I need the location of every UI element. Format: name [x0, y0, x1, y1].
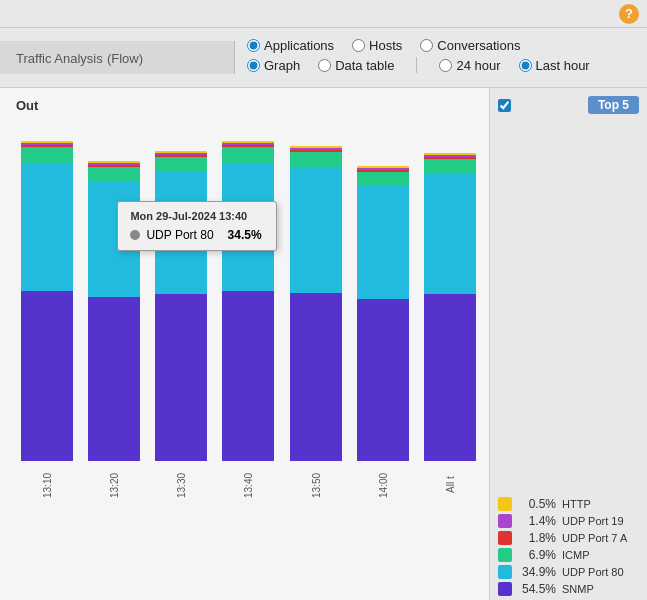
- bar-group-5: [352, 166, 414, 461]
- bar-0[interactable]: [21, 141, 73, 461]
- main-header: Traffic Analysis (Flow) Applications Hos…: [0, 28, 647, 88]
- view-graph[interactable]: Graph: [247, 58, 300, 73]
- segment-icmp-1: [88, 167, 140, 181]
- legend-item-2: 1.8% UDP Port 7 A: [498, 531, 639, 545]
- segment-icmp-3: [222, 147, 274, 163]
- tab-conversations[interactable]: Conversations: [420, 38, 520, 53]
- segment-snmp-4: [290, 293, 342, 461]
- legend-spacer: [498, 122, 639, 497]
- legend-name-4: UDP Port 80: [562, 566, 624, 578]
- top-bar: ?: [0, 0, 647, 28]
- tab-row: Applications Hosts Conversations: [247, 38, 635, 53]
- content-area: Out: [0, 88, 647, 600]
- bar-group-3: Mon 29-Jul-2024 13:40 UDP Port 80 34.5%: [217, 141, 279, 461]
- chart-panel: Out: [0, 88, 489, 600]
- bar-2[interactable]: [155, 151, 207, 461]
- time-lasthour[interactable]: Last hour: [519, 58, 590, 73]
- legend-color-4: [498, 565, 512, 579]
- controls-area: Applications Hosts Conversations Graph D…: [235, 34, 647, 81]
- segment-snmp-3: [222, 291, 274, 461]
- legend-pct-1: 1.4%: [518, 514, 556, 528]
- legend-color-5: [498, 582, 512, 596]
- top5-badge: Top 5: [588, 96, 639, 114]
- bar-5[interactable]: [357, 166, 409, 461]
- legend-pct-3: 6.9%: [518, 548, 556, 562]
- legend-pct-2: 1.8%: [518, 531, 556, 545]
- bar-group-2: [150, 151, 212, 461]
- page-title: Traffic Analysis (Flow): [16, 49, 218, 66]
- segment-icmp-6: [424, 159, 476, 174]
- segment-snmp-6: [424, 294, 476, 461]
- legend-item-5: 54.5% SNMP: [498, 582, 639, 596]
- tooltip-value: 34.5%: [228, 228, 262, 242]
- tooltip-dot: [130, 230, 140, 240]
- bar-tooltip: Mon 29-Jul-2024 13:40 UDP Port 80 34.5%: [117, 201, 277, 251]
- x-axis: 13:10 13:20 13:30 13:40 13:50 14:00 All …: [16, 465, 481, 505]
- bar-group-6: [419, 153, 481, 461]
- legend-name-3: ICMP: [562, 549, 590, 561]
- legend-header: Top 5: [498, 96, 639, 114]
- bars-container: Mon 29-Jul-2024 13:40 UDP Port 80 34.5%: [16, 121, 481, 461]
- legend-item-4: 34.9% UDP Port 80: [498, 565, 639, 579]
- segment-snmp-5: [357, 299, 409, 461]
- segment-snmp-2: [155, 294, 207, 461]
- segment-udp80-6: [424, 174, 476, 294]
- legend-pct-5: 54.5%: [518, 582, 556, 596]
- segment-icmp-4: [290, 152, 342, 167]
- view-datatable[interactable]: Data table: [318, 58, 394, 73]
- chart-section-label: Out: [16, 98, 481, 113]
- x-label-2: 13:30: [150, 465, 212, 505]
- x-label-4: 13:50: [285, 465, 347, 505]
- x-label-1: 13:20: [83, 465, 145, 505]
- divider: [416, 57, 417, 73]
- legend-name-5: SNMP: [562, 583, 594, 595]
- tooltip-row-0: UDP Port 80 34.5%: [130, 228, 264, 242]
- x-label-5: 14:00: [352, 465, 414, 505]
- tooltip-label: UDP Port 80: [146, 228, 213, 242]
- help-icon[interactable]: ?: [619, 4, 639, 24]
- bar-4[interactable]: [290, 146, 342, 461]
- view-time-row: Graph Data table 24 hour Last hour: [247, 57, 635, 73]
- page-subtitle: (Flow): [107, 51, 143, 66]
- legend-select-all[interactable]: [498, 99, 511, 112]
- time-24hour[interactable]: 24 hour: [439, 58, 500, 73]
- legend-item-3: 6.9% ICMP: [498, 548, 639, 562]
- segment-udp80-5: [357, 185, 409, 299]
- legend-pct-0: 0.5%: [518, 497, 556, 511]
- legend-name-0: HTTP: [562, 498, 591, 510]
- x-label-0: 13:10: [16, 465, 78, 505]
- segment-udp80-4: [290, 167, 342, 293]
- tab-applications[interactable]: Applications: [247, 38, 334, 53]
- tab-hosts[interactable]: Hosts: [352, 38, 402, 53]
- tooltip-title: Mon 29-Jul-2024 13:40: [130, 210, 264, 222]
- x-label-3: 13:40: [217, 465, 279, 505]
- bar-3[interactable]: [222, 141, 274, 461]
- legend-item-0: 0.5% HTTP: [498, 497, 639, 511]
- segment-icmp-0: [21, 147, 73, 163]
- bar-6[interactable]: [424, 153, 476, 461]
- legend-name-2: UDP Port 7 A: [562, 532, 627, 544]
- legend-panel: Top 5 0.5% HTTP 1.4% UDP Port 19 1.8% UD…: [489, 88, 647, 600]
- title-area: Traffic Analysis (Flow): [0, 41, 235, 74]
- segment-snmp-1: [88, 297, 140, 461]
- legend-color-2: [498, 531, 512, 545]
- segment-icmp-5: [357, 172, 409, 185]
- bar-group-0: [16, 141, 78, 461]
- x-label-6: All t: [419, 465, 481, 505]
- legend-item-1: 1.4% UDP Port 19: [498, 514, 639, 528]
- segment-snmp-0: [21, 291, 73, 461]
- legend-color-1: [498, 514, 512, 528]
- bar-group-4: [285, 146, 347, 461]
- legend-color-3: [498, 548, 512, 562]
- legend-color-0: [498, 497, 512, 511]
- legend-items: 0.5% HTTP 1.4% UDP Port 19 1.8% UDP Port…: [498, 497, 639, 596]
- legend-name-1: UDP Port 19: [562, 515, 624, 527]
- legend-pct-4: 34.9%: [518, 565, 556, 579]
- segment-icmp-2: [155, 157, 207, 172]
- segment-udp80-0: [21, 163, 73, 291]
